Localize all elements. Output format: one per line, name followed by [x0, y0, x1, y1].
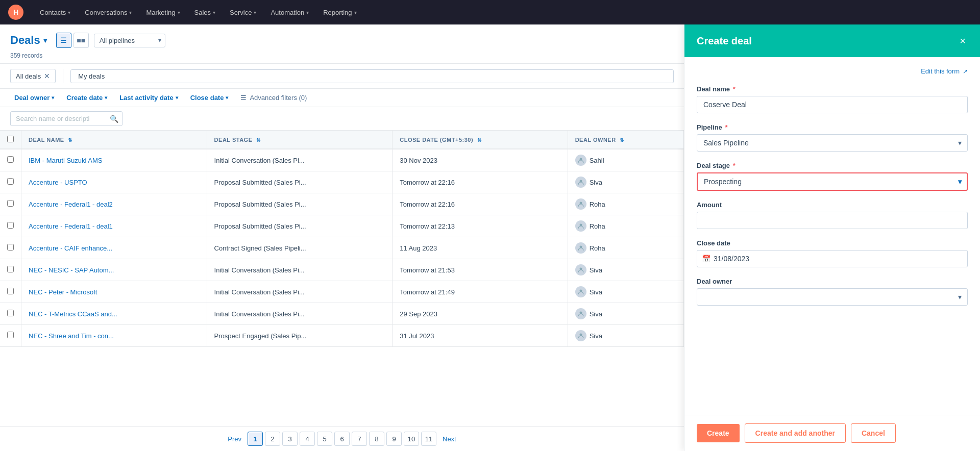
deal-name-cell[interactable]: Accenture - USPTO — [21, 171, 207, 193]
pipeline-selector[interactable]: All pipelines — [94, 34, 165, 47]
row-checkbox[interactable] — [7, 222, 14, 229]
row-checkbox-cell[interactable] — [0, 325, 21, 347]
row-checkbox[interactable] — [7, 178, 14, 185]
row-checkbox-cell[interactable] — [0, 259, 21, 281]
edit-form-link[interactable]: Edit this form ↗ — [697, 67, 968, 75]
create-date-chevron-icon: ▾ — [105, 95, 107, 101]
deal-owner-column-header[interactable]: DEAL OWNER ⇅ — [568, 131, 683, 149]
row-checkbox-cell[interactable] — [0, 215, 21, 237]
close-date-group: Close date 📅 — [697, 239, 968, 267]
deal-name-cell[interactable]: IBM - Maruti Suzuki AMS — [21, 149, 207, 171]
deal-stage-required: * — [733, 162, 736, 169]
deal-stage-select[interactable]: Prospecting — [697, 172, 968, 191]
hubspot-logo[interactable]: H — [8, 5, 23, 20]
all-deals-filter[interactable]: All deals ✕ — [10, 69, 56, 83]
deal-name-cell[interactable]: NEC - T-Metrics CCaaS and... — [21, 303, 207, 325]
deal-name-label: Deal name * — [697, 85, 968, 93]
deal-owner-select[interactable] — [697, 288, 968, 306]
row-checkbox[interactable] — [7, 244, 14, 250]
page-8-button[interactable]: 8 — [369, 432, 384, 446]
page-7-button[interactable]: 7 — [352, 432, 367, 446]
deal-owner-filter-button[interactable]: Deal owner ▾ — [10, 92, 58, 104]
create-and-add-another-button[interactable]: Create and add another — [745, 423, 846, 443]
deal-name-cell[interactable]: Accenture - CAIF enhance... — [21, 237, 207, 259]
row-checkbox-cell[interactable] — [0, 237, 21, 259]
deal-owner-chevron-icon: ▾ — [52, 95, 54, 101]
amount-input[interactable] — [697, 212, 968, 229]
nav-marketing[interactable]: Marketing ▾ — [140, 6, 186, 19]
page-3-button[interactable]: 3 — [282, 432, 298, 446]
cancel-button[interactable]: Cancel — [851, 423, 896, 443]
amount-group: Amount — [697, 201, 968, 229]
automation-chevron-icon: ▾ — [306, 10, 309, 15]
page-4-button[interactable]: 4 — [300, 432, 315, 446]
search-input[interactable] — [10, 111, 122, 126]
deal-name-cell[interactable]: NEC - NESIC - SAP Autom... — [21, 259, 207, 281]
page-9-button[interactable]: 9 — [386, 432, 402, 446]
deal-name-column-header[interactable]: DEAL NAME ⇅ — [21, 131, 207, 149]
page-6-button[interactable]: 6 — [334, 432, 350, 446]
grid-view-button[interactable]: ■■ — [74, 33, 89, 48]
create-button[interactable]: Create — [697, 424, 740, 442]
close-date-input[interactable] — [697, 250, 968, 267]
row-checkbox[interactable] — [7, 156, 14, 163]
deal-stage-cell: Initial Conversation (Sales Pi... — [207, 281, 393, 303]
records-count: 359 records — [10, 52, 674, 59]
page-5-button[interactable]: 5 — [317, 432, 332, 446]
row-checkbox-cell[interactable] — [0, 171, 21, 193]
deal-name-sort-icon: ⇅ — [68, 137, 72, 143]
row-checkbox-cell[interactable] — [0, 193, 21, 215]
last-activity-date-filter-button[interactable]: Last activity date ▾ — [115, 92, 182, 104]
panel-close-button[interactable]: × — [958, 34, 968, 48]
nav-conversations[interactable]: Conversations ▾ — [79, 6, 138, 19]
create-date-filter-button[interactable]: Create date ▾ — [62, 92, 111, 104]
my-deals-filter[interactable]: My deals — [70, 69, 674, 83]
row-checkbox-cell[interactable] — [0, 149, 21, 171]
row-checkbox[interactable] — [7, 310, 14, 316]
page-1-button[interactable]: 1 — [248, 432, 263, 446]
close-date-column-header[interactable]: CLOSE DATE (GMT+5:30) ⇅ — [393, 131, 568, 149]
select-all-checkbox[interactable] — [7, 136, 14, 142]
row-checkbox[interactable] — [7, 288, 14, 294]
row-checkbox-cell[interactable] — [0, 281, 21, 303]
nav-sales[interactable]: Sales ▾ — [188, 6, 222, 19]
deals-table-container: DEAL NAME ⇅ DEAL STAGE ⇅ CLOSE DATE (GMT… — [0, 131, 684, 426]
last-activity-chevron-icon: ▾ — [176, 95, 178, 101]
clear-all-deals-filter-icon[interactable]: ✕ — [44, 72, 50, 80]
deal-stage-column-header[interactable]: DEAL STAGE ⇅ — [207, 131, 393, 149]
create-deal-panel: Create deal × Edit this form ↗ Deal name… — [684, 24, 980, 451]
list-view-button[interactable]: ☰ — [56, 33, 71, 48]
deal-name-cell[interactable]: NEC - Peter - Microsoft — [21, 281, 207, 303]
search-icon[interactable]: 🔍 — [110, 115, 118, 123]
advanced-filters-button[interactable]: ☰ Advanced filters (0) — [236, 92, 311, 104]
avatar — [575, 198, 586, 210]
deal-name-cell[interactable]: Accenture - Federal1 - deal1 — [21, 215, 207, 237]
row-checkbox[interactable] — [7, 200, 14, 207]
row-checkbox[interactable] — [7, 266, 14, 272]
deal-name-input[interactable] — [697, 96, 968, 113]
marketing-chevron-icon: ▾ — [178, 10, 180, 15]
nav-service[interactable]: Service ▾ — [224, 6, 262, 19]
deal-name-cell[interactable]: Accenture - Federal1 - deal2 — [21, 193, 207, 215]
pipeline-select[interactable]: Sales Pipeline — [697, 134, 968, 152]
page-title[interactable]: Deals ▾ — [10, 34, 47, 47]
row-checkbox[interactable] — [7, 332, 14, 338]
page-2-button[interactable]: 2 — [265, 432, 280, 446]
nav-automation[interactable]: Automation ▾ — [264, 6, 315, 19]
main-layout: Deals ▾ ☰ ■■ All pipelines 359 records A… — [0, 24, 980, 451]
select-all-header[interactable] — [0, 131, 21, 149]
prev-page-button[interactable]: Prev — [224, 435, 246, 443]
deals-table: DEAL NAME ⇅ DEAL STAGE ⇅ CLOSE DATE (GMT… — [0, 131, 684, 347]
nav-contacts[interactable]: Contacts ▾ — [34, 6, 77, 19]
deal-name-cell[interactable]: NEC - Shree and Tim - con... — [21, 325, 207, 347]
page-10-button[interactable]: 10 — [404, 432, 419, 446]
next-page-button[interactable]: Next — [438, 435, 460, 443]
close-date-filter-button[interactable]: Close date ▾ — [186, 92, 233, 104]
service-chevron-icon: ▾ — [254, 10, 256, 15]
reporting-chevron-icon: ▾ — [354, 10, 357, 15]
table-header-row: DEAL NAME ⇅ DEAL STAGE ⇅ CLOSE DATE (GMT… — [0, 131, 684, 149]
page-11-button[interactable]: 11 — [421, 432, 436, 446]
row-checkbox-cell[interactable] — [0, 303, 21, 325]
close-date-cell: 30 Nov 2023 — [393, 149, 568, 171]
nav-reporting[interactable]: Reporting ▾ — [317, 6, 362, 19]
